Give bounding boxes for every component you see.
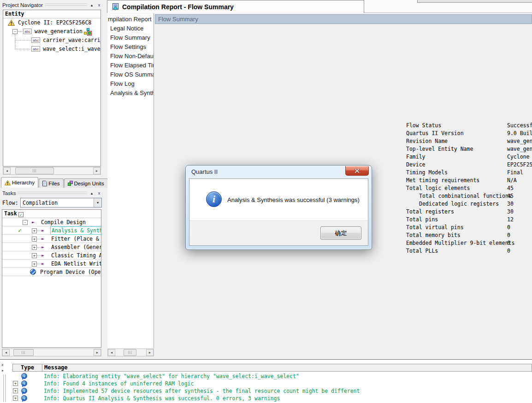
expand-expander-icon[interactable]: + xyxy=(13,396,18,401)
tree-node-top-entity[interactable]: - abc wave_generation xyxy=(3,27,100,36)
scrollbar-thumb[interactable] xyxy=(13,349,34,356)
expand-expander-icon[interactable]: + xyxy=(32,228,37,233)
task-row-assembler[interactable]: + ► Assembler (Generat xyxy=(2,243,101,251)
task-list: Task✓ - ► Compile Design ✓ + ► Analysis … xyxy=(2,209,101,348)
report-section-item[interactable]: Analysis & Synth xyxy=(107,89,154,98)
dialog-message: Analysis & Synthesis was successful (3 w… xyxy=(227,196,360,203)
play-arrow-icon[interactable]: ► xyxy=(41,251,44,260)
tab-label: Hierarchy xyxy=(12,180,35,185)
scrollbar-track[interactable] xyxy=(11,167,93,174)
project-navigator-hscrollbar[interactable]: ◄ ► xyxy=(3,167,101,175)
table-row: Quartus II Version9.0 Build xyxy=(406,130,532,137)
row-value: 45 xyxy=(507,192,514,200)
checkbox-icon: ✓ xyxy=(18,212,24,217)
task-row-classic-timing[interactable]: + ► Classic Timing Ana xyxy=(2,251,101,260)
row-value: wave_gene xyxy=(507,137,532,145)
task-row-analysis-synthesis[interactable]: ✓ + ► Analysis & Synthes xyxy=(2,226,101,235)
row-label: Met timing requirements xyxy=(406,177,479,184)
report-section-item[interactable]: Flow OS Summar xyxy=(107,70,154,79)
collapse-expander-icon[interactable]: - xyxy=(12,29,18,34)
ok-button[interactable]: 确定 xyxy=(320,226,361,240)
scroll-left-button[interactable]: ◄ xyxy=(3,167,11,174)
tasks-hscrollbar[interactable]: ◄ ► xyxy=(2,349,101,356)
report-section-item[interactable]: Flow Summary xyxy=(107,33,154,42)
play-arrow-icon[interactable]: ► xyxy=(41,243,44,251)
play-arrow-icon[interactable]: ► xyxy=(32,218,35,226)
message-row[interactable]: + i Info: Quartus II Analysis & Synthesi… xyxy=(0,395,532,402)
tab-compilation-report[interactable]: Compilation Report - Flow Summary xyxy=(107,0,364,13)
task-row-eda-netlist[interactable]: + ► EDA Netlist Writer xyxy=(2,260,101,268)
titlebar-grip[interactable] xyxy=(45,4,87,7)
message-row[interactable]: + i Info: Implemented 57 device resource… xyxy=(0,387,532,395)
panel-expand-arrow-icon[interactable]: ▸ xyxy=(2,368,4,373)
tree-node-wave-select[interactable]: abc wave_select:i_wave_sel xyxy=(3,45,100,53)
chevron-down-icon[interactable]: ▼ xyxy=(94,198,101,207)
expand-expander-icon[interactable]: + xyxy=(13,381,18,386)
panel-close-button[interactable]: x xyxy=(96,191,102,196)
scroll-right-button[interactable]: ► xyxy=(94,349,101,356)
scroll-right-button[interactable]: ► xyxy=(146,349,154,356)
design-units-icon xyxy=(68,181,73,186)
entity-tree: Entity Cyclone II: EP2C5F256C8 - abc wav… xyxy=(3,10,101,166)
play-arrow-icon[interactable]: ► xyxy=(41,235,44,243)
row-value: 0 xyxy=(507,224,510,231)
report-section-item[interactable]: Flow Log xyxy=(107,79,154,89)
tree-node-device[interactable]: Cyclone II: EP2C5F256C8 xyxy=(3,18,100,27)
scrollbar-thumb[interactable] xyxy=(15,167,54,174)
expand-expander-icon[interactable]: + xyxy=(32,237,37,242)
message-row[interactable]: + i Info: Found 4 instances of uninferre… xyxy=(0,380,532,387)
row-value: Successfu xyxy=(507,122,532,130)
dialog-footer: 确定 xyxy=(189,220,368,245)
panel-close-button[interactable]: x xyxy=(96,3,102,7)
task-row-fitter[interactable]: + ► Fitter (Place & Ro xyxy=(2,235,101,243)
project-navigator-titlebar: Project Navigator ▴ x xyxy=(1,1,103,9)
scrollbar-thumb[interactable] xyxy=(124,349,136,356)
report-list-hscrollbar[interactable]: ◄ ► xyxy=(107,349,154,356)
panel-collapse-button[interactable]: ▴ xyxy=(89,191,95,196)
report-section-item[interactable]: Flow Settings xyxy=(107,42,154,52)
expand-expander-icon[interactable]: + xyxy=(13,388,18,393)
report-section-item[interactable]: Flow Non-Defaul xyxy=(107,52,154,61)
play-arrow-icon[interactable]: ► xyxy=(41,226,44,235)
scroll-left-button[interactable]: ◄ xyxy=(2,349,10,356)
message-text: Info: Found 4 instances of uninferred RA… xyxy=(44,380,194,387)
scrollbar-track[interactable] xyxy=(10,349,94,356)
tasks-title: Tasks xyxy=(2,190,16,196)
tree-node-carrier-wave[interactable]: abc carrier_wave:carrier_w xyxy=(3,36,100,45)
task-row-program-device[interactable]: Program Device (Open P xyxy=(2,268,101,276)
mdi-window-edge xyxy=(417,0,532,3)
expand-expander-icon[interactable]: + xyxy=(32,261,37,267)
titlebar-grip[interactable] xyxy=(18,192,87,195)
table-row: Embedded Multiplier 9-bit elements0 xyxy=(406,239,532,247)
message-row[interactable]: i Info: Elaborating entity "wave_select"… xyxy=(0,373,532,380)
type-column-header: Type xyxy=(13,364,42,371)
messages-close-button[interactable]: x xyxy=(1,362,4,367)
tab-label: Design Units xyxy=(74,181,104,186)
tab-hierarchy[interactable]: Hierarchy xyxy=(1,177,38,188)
scrollbar-track[interactable] xyxy=(115,349,146,356)
task-header-label: Task xyxy=(4,210,17,217)
scroll-right-button[interactable]: ► xyxy=(93,167,100,174)
dialog-close-button[interactable] xyxy=(345,166,369,176)
task-row-compile-design[interactable]: - ► Compile Design xyxy=(2,218,101,226)
tasks-titlebar: Tasks ▴ x xyxy=(1,189,103,197)
expand-expander-icon[interactable]: + xyxy=(32,253,37,258)
info-balloon-icon: i xyxy=(21,373,27,379)
report-section-item[interactable]: Flow Elapsed Tin xyxy=(107,61,154,70)
row-label: Embedded Multiplier 9-bit elements xyxy=(406,239,514,247)
report-section-item[interactable]: Legal Notice xyxy=(107,24,154,33)
collapse-expander-icon[interactable]: - xyxy=(23,220,28,225)
tree-connector xyxy=(37,231,41,231)
flow-combobox[interactable]: Compilation ▼ xyxy=(20,198,102,207)
tab-label: Files xyxy=(48,181,59,186)
play-arrow-icon[interactable]: ► xyxy=(41,260,44,268)
task-label-selected: Analysis & Synthes xyxy=(50,226,101,235)
scroll-left-button[interactable]: ◄ xyxy=(108,349,115,356)
tab-files[interactable]: Files xyxy=(39,178,63,188)
expand-expander-icon[interactable]: + xyxy=(32,245,37,250)
report-section-item[interactable]: mpilation Report xyxy=(107,15,154,24)
tab-design-units[interactable]: Design Units xyxy=(64,178,108,188)
row-label: Dedicated logic registers xyxy=(419,200,499,208)
panel-collapse-button[interactable]: ▴ xyxy=(89,3,95,7)
table-row: Total pins12 xyxy=(406,216,532,224)
